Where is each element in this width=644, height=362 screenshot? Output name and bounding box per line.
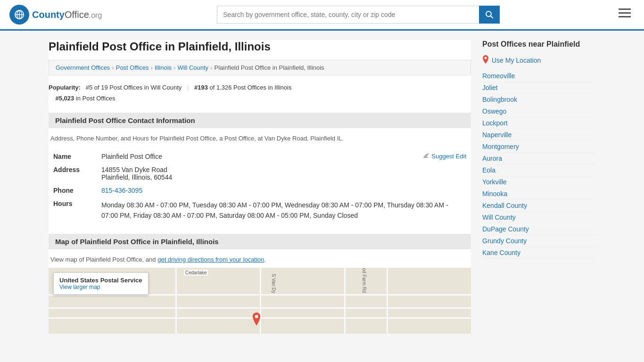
sidebar-link-oswego[interactable]: Oswego: [482, 106, 595, 117]
page-title: Plainfield Post Office in Plainfield, Il…: [49, 40, 471, 53]
sidebar-link-yorkville[interactable]: Yorkville: [482, 176, 595, 188]
sidebar-link-aurora[interactable]: Aurora: [482, 153, 595, 165]
popup-title: United States Postal Service: [59, 277, 142, 284]
popularity-rank3-text: in Post Offices: [76, 95, 116, 102]
table-row-phone: Phone 815-436-3095: [50, 184, 470, 197]
svg-rect-7: [619, 8, 631, 10]
name-label: Name: [50, 150, 97, 163]
search-icon: [485, 10, 494, 19]
sidebar-link-kane-county[interactable]: Kane County: [482, 247, 595, 259]
search-area: [217, 6, 500, 24]
sidebar-title: Post Offices near Plainfield: [482, 40, 595, 49]
map-section-header: Map of Plainfield Post Office in Plainfi…: [49, 234, 471, 249]
sidebar-link-romeoville[interactable]: Romeoville: [482, 70, 595, 82]
breadcrumb: Government Offices › Post Offices › Illi…: [49, 60, 471, 75]
phone-link[interactable]: 815-436-3095: [101, 187, 142, 194]
menu-button[interactable]: [615, 7, 635, 23]
breadcrumb-sep: ›: [210, 64, 212, 71]
map-description: View map of Plainfield Post Office, and …: [49, 256, 471, 263]
popularity-rank1[interactable]: #5: [86, 84, 92, 91]
map-placeholder: Cedarlake S Van Dy Wood Farm Rd United S…: [49, 268, 471, 334]
sidebar: Post Offices near Plainfield Use My Loca…: [482, 40, 595, 334]
svg-line-6: [491, 16, 493, 18]
hours-value: Monday 08:30 AM - 07:00 PM, Tuesday 08:3…: [98, 197, 470, 223]
breadcrumb-item-3[interactable]: Illinois: [155, 64, 172, 71]
breadcrumb-current: Plainfield Post Office in Plainfield, Il…: [214, 64, 324, 71]
phone-label: Phone: [50, 184, 97, 197]
search-button[interactable]: [479, 6, 500, 24]
directions-link[interactable]: get driving directions from your locatio…: [157, 256, 264, 263]
cedarlake-label: Cedarlake: [184, 270, 208, 276]
name-value: Plainfield Post Office Suggest Edit: [98, 150, 470, 163]
table-row-address: Address 14855 Van Dyke Road Plainfield, …: [50, 164, 470, 183]
breadcrumb-item-4[interactable]: Will County: [177, 64, 208, 71]
sidebar-links: Romeoville Joliet Bolingbrook Oswego Loc…: [482, 70, 595, 259]
table-row-name: Name Plainfield Post Office Suggest Edit: [50, 150, 470, 163]
sidebar-link-grundy-county[interactable]: Grundy County: [482, 235, 595, 247]
breadcrumb-sep: ›: [173, 64, 175, 71]
sidebar-link-will-county[interactable]: Will County: [482, 212, 595, 223]
suggest-edit-link[interactable]: Suggest Edit: [423, 153, 466, 160]
sidebar-link-kendall-county[interactable]: Kendall County: [482, 200, 595, 212]
breadcrumb-sep: ›: [112, 64, 114, 71]
svg-rect-8: [619, 12, 631, 14]
sidebar-link-montgomery[interactable]: Montgomery: [482, 141, 595, 153]
breadcrumb-item-1[interactable]: Government Offices: [56, 64, 110, 71]
sidebar-link-joliet[interactable]: Joliet: [482, 82, 595, 94]
popularity-label: Popularity:: [49, 84, 81, 91]
edit-icon: [423, 153, 429, 159]
logo-icon: [9, 5, 29, 25]
svg-point-11: [255, 315, 258, 318]
popularity-section: Popularity: #5 of 19 Post Offices in Wil…: [49, 82, 471, 104]
hamburger-icon: [619, 8, 631, 18]
info-table: Name Plainfield Post Office Suggest Edit: [49, 149, 471, 224]
map-container[interactable]: Cedarlake S Van Dy Wood Farm Rd United S…: [49, 268, 471, 334]
logo-area: CountyOffice.org: [9, 5, 102, 25]
popularity-rank2[interactable]: #193: [194, 84, 208, 91]
svg-point-12: [485, 57, 487, 59]
contact-section-header: Plainfield Post Office Contact Informati…: [49, 113, 471, 128]
info-description: Address, Phone Number, and Hours for Pla…: [49, 135, 471, 142]
sidebar-link-eola[interactable]: Eola: [482, 165, 595, 176]
search-input[interactable]: [217, 6, 479, 24]
pop-divider: |: [187, 84, 189, 91]
sidebar-link-minooka[interactable]: Minooka: [482, 188, 595, 200]
popularity-rank1-text: of 19 Post Offices in Will County: [94, 84, 182, 91]
popup-link[interactable]: View larger map: [59, 284, 100, 290]
address-value: 14855 Van Dyke Road Plainfield, Illinois…: [98, 164, 470, 183]
popularity-rank2-text: of 1,326 Post Offices in Illinois: [209, 84, 291, 91]
hours-label: Hours: [50, 197, 97, 223]
breadcrumb-sep: ›: [151, 64, 153, 71]
phone-value: 815-436-3095: [98, 184, 470, 197]
sidebar-link-bolingbrook[interactable]: Bolingbrook: [482, 94, 595, 106]
sidebar-link-naperville[interactable]: Naperville: [482, 129, 595, 141]
sidebar-link-dupage-county[interactable]: DuPage County: [482, 223, 595, 235]
map-pin: [251, 313, 261, 322]
sidebar-link-lockport[interactable]: Lockport: [482, 117, 595, 129]
location-icon: [482, 55, 489, 66]
breadcrumb-item-2[interactable]: Post Offices: [116, 64, 149, 71]
map-popup: United States Postal Service View larger…: [53, 272, 149, 295]
table-row-hours: Hours Monday 08:30 AM - 07:00 PM, Tuesda…: [50, 197, 470, 223]
svg-rect-9: [619, 16, 631, 17]
popularity-rank3[interactable]: #5,023: [55, 95, 74, 102]
use-my-location-link[interactable]: Use My Location: [482, 55, 595, 66]
address-label: Address: [50, 164, 97, 183]
logo-text: CountyOffice.org: [32, 9, 102, 20]
road-label-v: S Van Dy: [271, 273, 276, 293]
wood-farm-label: Wood Farm Rd: [362, 268, 367, 293]
